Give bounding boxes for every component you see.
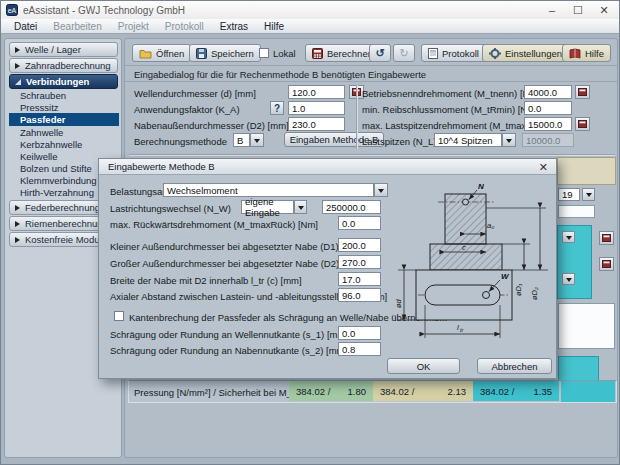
redo-icon: ↻	[399, 48, 408, 58]
a0-input[interactable]	[338, 288, 381, 302]
cancel-button[interactable]: Abbrechen	[477, 358, 552, 374]
maximize-icon[interactable]: ☐	[571, 4, 585, 17]
belastungsart-dropdown-button[interactable]	[374, 183, 388, 197]
app-window: eA eAssistant - GWJ Technology GmbH – ☐ …	[0, 0, 620, 465]
menu-protokoll[interactable]: Protokoll	[158, 21, 211, 32]
sidebar-group-zahnradberechnung[interactable]: Zahnradberechnung	[9, 58, 118, 73]
norm-row-input[interactable]	[558, 188, 580, 201]
calc-helper-button[interactable]	[599, 231, 614, 245]
kantenbrechung-checkbox[interactable]	[114, 311, 124, 321]
keyway-diagram: N W a₀ c øD₁ øD₂	[390, 178, 555, 348]
hidden-dropdown-button[interactable]	[562, 231, 575, 243]
save-button[interactable]: Speichern	[189, 44, 261, 62]
s1-input[interactable]	[338, 326, 381, 340]
pressure-cell-green: 384.02 /1.80	[289, 381, 373, 401]
calc-helper-button[interactable]	[599, 257, 614, 271]
close-icon[interactable]: ✕	[597, 4, 611, 17]
pressure-label: Pressung [N/mm²] / Sicherheit bei M_tmax…	[134, 387, 315, 398]
rueckwaertsdrehmoment-input[interactable]	[338, 216, 381, 230]
calculator-icon	[602, 234, 611, 242]
undo-button[interactable]: ↺	[369, 44, 391, 62]
d2-input[interactable]	[338, 255, 381, 269]
calc-helper-button[interactable]	[575, 117, 590, 131]
info-button[interactable]: ?	[270, 101, 284, 115]
d1-input[interactable]	[338, 238, 381, 252]
field-label: Belastungsart:	[110, 186, 171, 197]
svg-text:N: N	[478, 182, 484, 191]
field-label: Wellendurchmesser (d) [mm]	[134, 88, 256, 99]
c-input[interactable]	[338, 272, 381, 286]
nabenaussendurchmesser-input[interactable]	[288, 117, 345, 131]
field-label: Schrägung oder Rundung an Wellennutkante…	[110, 329, 348, 340]
redo-button[interactable]: ↻	[393, 44, 415, 62]
chevron-down-icon	[586, 193, 592, 200]
field-label: Kleiner Außendurchmesser bei abgesetzter…	[110, 241, 362, 252]
menu-extras[interactable]: Extras	[213, 21, 255, 32]
field-label: Betriebsnenndrehmoment (M_tnenn) [Nm]	[362, 88, 540, 99]
s2-input[interactable]	[338, 342, 381, 356]
berechnungsmethode-select[interactable]: B	[233, 133, 250, 147]
book-icon	[569, 48, 581, 59]
belastungsart-select[interactable]: Wechselmoment	[163, 183, 374, 197]
chevron-right-icon	[15, 47, 20, 53]
folder-open-icon	[139, 48, 152, 59]
dialog-title-bar[interactable]: Eingabewerte Methode B ✕	[99, 159, 556, 175]
wellendurchmesser-input[interactable]	[288, 85, 345, 99]
svg-text:a₀: a₀	[487, 221, 494, 230]
minimize-icon[interactable]: –	[545, 4, 559, 16]
berechnungsmethode-dropdown-button[interactable]	[250, 133, 264, 147]
chevron-down-icon	[378, 189, 384, 196]
app-icon: eA	[6, 4, 18, 16]
wrench-icon	[489, 48, 501, 59]
chevron-down-icon	[254, 139, 260, 146]
menu-hilfe[interactable]: Hilfe	[257, 21, 291, 32]
calc-helper-button[interactable]	[575, 85, 590, 99]
sidebar-group-verbindungen[interactable]: Verbindungen	[9, 74, 118, 89]
lastspitzen-select[interactable]: 10^4 Spitzen	[434, 133, 502, 147]
document-icon	[428, 48, 438, 59]
lastrichtungswechsel-input[interactable]	[322, 200, 381, 214]
field-label: Lastrichtungswechsel (N_W)	[110, 203, 231, 214]
reibschlussmoment-input[interactable]	[524, 101, 572, 115]
menu-projekt[interactable]: Projekt	[111, 21, 156, 32]
dialog-title: Eingabewerte Methode B	[108, 161, 215, 172]
ok-button[interactable]: OK	[387, 358, 460, 374]
lastrichtungswechsel-select[interactable]: eigene Eingabe	[241, 200, 294, 214]
toolbar: Öffnen Speichern Lokal Berechnen ↺ ↻ Pro…	[125, 39, 617, 66]
field-label: Breite der Nabe mit D2 innerhalb l_tr (c…	[110, 275, 302, 286]
local-checkbox[interactable]: Lokal	[253, 44, 302, 62]
svg-text:eA: eA	[8, 7, 17, 14]
betriebsnenndrehmoment-input[interactable]	[524, 85, 572, 99]
lastspitzen-dropdown-button[interactable]	[502, 133, 516, 147]
sidebar-group-welle-lager[interactable]: Welle / Lager	[9, 42, 118, 57]
field-label: max. Rückwärtsdrehmoment (M_tmaxRück) [N…	[110, 219, 318, 230]
hidden-panel-block	[557, 157, 616, 185]
dialog-close-icon[interactable]: ✕	[539, 161, 548, 174]
calculator-icon	[578, 120, 587, 128]
dialog-eingabewerte-methode-b: Eingabewerte Methode B ✕ Belastungsart: …	[98, 158, 557, 379]
hidden-dropdown-button[interactable]	[562, 273, 575, 285]
svg-text:øD₁: øD₁	[514, 283, 523, 296]
svg-text:l: l	[457, 323, 459, 332]
norm-row-dropdown-button[interactable]	[582, 188, 595, 201]
open-button[interactable]: Öffnen	[132, 44, 191, 62]
chevron-down-icon	[506, 139, 512, 146]
window-title: eAssistant - GWJ Technology GmbH	[23, 5, 185, 16]
field-label: Großer Außendurchmesser bei abgesetzter …	[110, 258, 363, 269]
menu-bearbeiten[interactable]: Bearbeiten	[46, 21, 108, 32]
undo-icon: ↺	[375, 48, 384, 58]
protocol-button[interactable]: Protokoll	[421, 44, 486, 62]
title-bar[interactable]: eA eAssistant - GWJ Technology GmbH – ☐ …	[1, 1, 619, 19]
lastrichtungswechsel-dropdown-button[interactable]	[294, 200, 307, 214]
menu-datei[interactable]: Datei	[7, 21, 44, 32]
chevron-expanded-icon	[15, 79, 21, 85]
help-button[interactable]: Hilfe	[562, 44, 611, 62]
sidebar-item-passfeder[interactable]: Passfeder	[9, 113, 119, 126]
anwendungsfaktor-input[interactable]	[288, 101, 345, 115]
chevron-down-icon	[298, 206, 304, 213]
section-divider	[129, 154, 615, 155]
chevron-down-icon	[566, 236, 572, 243]
calculator-icon	[602, 260, 611, 268]
lastspitzendrehmoment-input[interactable]	[524, 117, 572, 131]
settings-button[interactable]: Einstellungen	[482, 44, 569, 62]
